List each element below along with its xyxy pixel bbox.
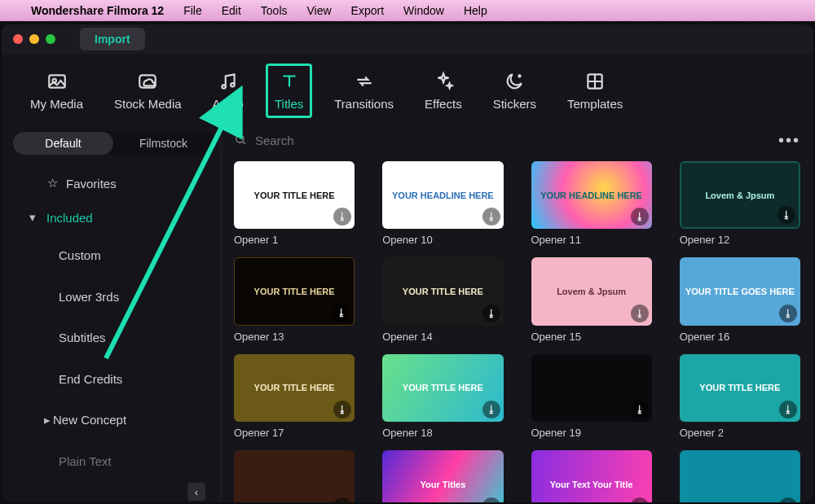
download-icon[interactable]: ⭳ <box>333 401 351 419</box>
download-icon[interactable]: ⭳ <box>631 497 649 502</box>
download-icon[interactable]: ⭳ <box>482 401 500 419</box>
menubar-app-name[interactable]: Wondershare Filmora 12 <box>31 4 164 17</box>
sidebar: Default Filmstock ☆ Favorites ▾ Included… <box>2 126 220 502</box>
opener-card[interactable]: ⭳ <box>680 450 800 502</box>
card-thumbnail: ⭳ <box>531 354 652 422</box>
download-icon[interactable]: ⭳ <box>778 206 795 224</box>
card-thumbnail: YOUR HEADLINE HERE⭳ <box>382 161 503 229</box>
tab-stock-media[interactable]: Stock Media <box>105 64 191 118</box>
search-input[interactable] <box>255 134 770 147</box>
music-icon <box>218 71 239 92</box>
menu-view[interactable]: View <box>307 4 332 17</box>
card-thumbnail: YOUR TITLE HERE⭳ <box>680 354 800 422</box>
sidebar-item-plain-text[interactable]: Plain Text <box>13 440 214 482</box>
thumb-text: Your Text Your Title <box>550 480 633 489</box>
sparkle-icon <box>433 71 454 92</box>
chevron-down-icon: ▾ <box>29 210 37 225</box>
tab-stickers[interactable]: Stickers <box>484 64 545 118</box>
tab-templates[interactable]: Templates <box>558 64 632 118</box>
tab-titles[interactable]: Titles <box>266 64 312 118</box>
download-icon[interactable]: ⭳ <box>482 497 500 502</box>
window-titlebar: Import <box>2 24 813 54</box>
tab-label: Transitions <box>334 97 394 111</box>
menu-file[interactable]: File <box>183 4 202 17</box>
menu-tools[interactable]: Tools <box>261 4 288 17</box>
opener-card[interactable]: YOUR TITLE HERE⭳ Opener 14 <box>382 257 503 342</box>
more-options-icon[interactable]: ••• <box>778 131 800 150</box>
download-icon[interactable]: ⭳ <box>631 208 649 226</box>
download-icon[interactable]: ⭳ <box>333 208 351 226</box>
opener-card[interactable]: YOUR TITLE HERE⭳ Opener 18 <box>382 354 503 439</box>
svg-point-7 <box>236 134 244 142</box>
download-icon[interactable]: ⭳ <box>631 305 649 322</box>
card-label: Opener 12 <box>680 234 800 246</box>
opener-card[interactable]: YOUR TITLE HERE⭳ Opener 1 <box>234 161 355 246</box>
download-icon[interactable]: ⭳ <box>631 401 649 419</box>
opener-card[interactable]: Lovem & Jpsum⭳ Opener 12 <box>680 161 800 246</box>
card-label: Opener 2 <box>680 427 800 439</box>
cloud-icon <box>137 71 158 92</box>
tab-label: My Media <box>30 97 83 111</box>
sidebar-favorites[interactable]: ☆ Favorites <box>13 166 214 200</box>
opener-card[interactable]: Lovem & Jpsum⭳ Opener 15 <box>531 257 652 342</box>
tab-effects[interactable]: Effects <box>416 64 471 118</box>
sidebar-item-end-credits[interactable]: End Credits <box>13 358 214 400</box>
opener-card[interactable]: ⭳ Opener 19 <box>531 354 652 439</box>
thumb-text: Lovem & Jpsum <box>557 287 626 296</box>
tab-transitions[interactable]: Transitions <box>325 64 403 118</box>
thumb-text: YOUR TITLE HERE <box>254 383 335 392</box>
opener-card[interactable]: YOUR TITLE GOES HERE⭳ Opener 16 <box>680 257 800 342</box>
menu-edit[interactable]: Edit <box>222 4 241 17</box>
fullscreen-window-button[interactable] <box>46 34 55 44</box>
collapse-sidebar-button[interactable]: ‹ <box>187 483 205 501</box>
opener-card[interactable]: ⭳ <box>234 450 355 502</box>
thumb-text: YOUR TITLE GOES HERE <box>685 287 795 296</box>
svg-point-5 <box>519 75 521 77</box>
card-thumbnail: YOUR TITLE HERE⭳ <box>234 161 355 229</box>
sidebar-item-label: Included <box>46 211 93 225</box>
opener-card[interactable]: YOUR HEADLINE HERE⭳ Opener 11 <box>531 161 652 246</box>
menu-help[interactable]: Help <box>464 4 487 17</box>
download-icon[interactable]: ⭳ <box>333 304 350 322</box>
opener-card[interactable]: YOUR TITLE HERE⭳ Opener 17 <box>234 354 355 439</box>
tab-my-media[interactable]: My Media <box>21 64 92 118</box>
close-window-button[interactable] <box>13 34 23 44</box>
card-label: Opener 13 <box>234 331 355 343</box>
thumb-text: YOUR TITLE HERE <box>403 287 483 296</box>
sidebar-included[interactable]: ▾ Included <box>13 200 214 234</box>
opener-card[interactable]: YOUR TITLE HERE⭳ Opener 13 <box>234 257 355 342</box>
menu-window[interactable]: Window <box>403 4 444 17</box>
sidebar-item-subtitles[interactable]: Subtitles <box>13 317 214 358</box>
tab-audio[interactable]: Audio <box>204 64 253 118</box>
menu-export[interactable]: Export <box>351 4 384 17</box>
sidebar-item-custom[interactable]: Custom <box>13 234 214 276</box>
segment-filmstock[interactable]: Filmstock <box>113 132 214 155</box>
text-icon <box>279 71 300 92</box>
minimize-window-button[interactable] <box>29 34 39 44</box>
chevron-right-icon: ▸ <box>44 413 51 427</box>
download-icon[interactable]: ⭳ <box>482 208 500 226</box>
card-thumbnail: ⭳ <box>680 450 800 502</box>
download-icon[interactable]: ⭳ <box>482 305 500 322</box>
app-window: Import My Media Stock Media Audio Titles… <box>2 24 813 502</box>
opener-card[interactable]: YOUR HEADLINE HERE⭳ Opener 10 <box>382 161 503 246</box>
segment-default[interactable]: Default <box>13 132 113 155</box>
import-button[interactable]: Import <box>80 28 145 50</box>
opener-card[interactable]: YOUR TITLE HERE⭳ Opener 2 <box>680 354 800 439</box>
sidebar-item-new-concept[interactable]: ▸ New Concept <box>13 400 214 441</box>
tab-label: Audio <box>213 97 244 111</box>
moon-icon <box>504 71 525 92</box>
card-thumbnail: Lovem & Jpsum⭳ <box>680 161 800 229</box>
macos-menubar: Wondershare Filmora 12 File Edit Tools V… <box>0 0 815 21</box>
thumb-text: YOUR TITLE HERE <box>254 191 335 200</box>
opener-card[interactable]: Your Text Your Title⭳ <box>531 450 652 502</box>
thumb-text: Your Titles <box>420 480 465 489</box>
card-thumbnail: ⭳ <box>234 450 355 502</box>
download-icon[interactable]: ⭳ <box>779 305 797 322</box>
download-icon[interactable]: ⭳ <box>779 497 797 502</box>
sidebar-item-label: New Concept <box>53 413 126 427</box>
download-icon[interactable]: ⭳ <box>779 401 797 419</box>
opener-card[interactable]: Your Titles⭳ <box>382 450 503 502</box>
sidebar-item-lower-3rds[interactable]: Lower 3rds <box>13 276 214 318</box>
download-icon[interactable]: ⭳ <box>333 497 351 502</box>
